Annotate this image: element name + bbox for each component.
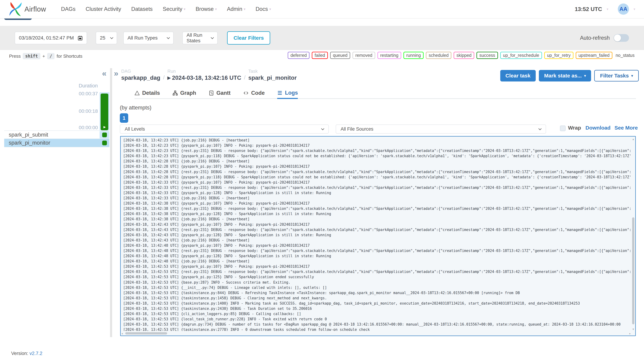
airflow-pinwheel-icon bbox=[9, 2, 22, 17]
log-source-value: All File Sources bbox=[340, 126, 374, 132]
calendar-icon[interactable] bbox=[78, 35, 83, 41]
log-level-select[interactable]: All Levels bbox=[120, 124, 329, 134]
legend-badge-running[interactable]: running bbox=[404, 52, 424, 59]
legend-badge-skipped[interactable]: skipped bbox=[454, 52, 474, 59]
breadcrumb-task-value[interactable]: spark_pi_monitor bbox=[248, 75, 297, 81]
log-line: [2024-03-18, 13:42:38 UTC] {pyspark_pi.p… bbox=[123, 201, 631, 206]
detail-tabs: Details Graph Gantt Code L bbox=[134, 88, 636, 99]
breadcrumb-dag-value[interactable]: sparkapp_dag bbox=[121, 75, 160, 81]
chevron-down-icon: ▾ bbox=[244, 7, 246, 11]
nav-item-label: Admin bbox=[227, 6, 242, 12]
attempt-1-button[interactable]: 1 bbox=[120, 113, 128, 123]
log-lines: [2024-03-18, 13:42:23 UTC] {job.py:216} … bbox=[123, 138, 631, 331]
breadcrumb-run[interactable]: Run ▶ 2024-03-18, 13:42:16 UTC bbox=[167, 69, 241, 81]
run-date-input[interactable]: 03/18/2024, 01:52:47 PM bbox=[15, 32, 87, 44]
task-row-spark_pi_submit[interactable]: spark_pi_submit bbox=[4, 131, 109, 139]
nav-item-security[interactable]: Security▾ bbox=[163, 6, 186, 12]
run-states-select[interactable]: All Run States bbox=[182, 32, 218, 44]
collapse-sidebar-icon[interactable]: « bbox=[102, 69, 106, 77]
vertical-scrollbar-thumb[interactable] bbox=[632, 217, 634, 324]
task-success-indicator[interactable] bbox=[102, 132, 107, 137]
mark-state-as-button[interactable]: Mark state as... ▾ bbox=[539, 70, 591, 81]
shortcuts-plus: + bbox=[42, 54, 45, 59]
tab-code[interactable]: Code bbox=[243, 88, 265, 98]
task-name: spark_pi_monitor bbox=[4, 140, 50, 146]
legend-badge-removed[interactable]: removed bbox=[352, 52, 375, 59]
breadcrumb-run-value[interactable]: 2024-03-18, 13:42:16 UTC bbox=[172, 75, 241, 81]
scroll-down-arrow-icon[interactable]: ▼ bbox=[632, 328, 634, 331]
auto-refresh-control: Auto-refresh bbox=[580, 34, 629, 42]
filter-tasks-button[interactable]: Filter Tasks ▾ bbox=[594, 70, 639, 81]
log-line: [2024-03-18, 13:42:33 UTC] {pyspark_pi.p… bbox=[123, 180, 631, 185]
nav-item-cluster-activity[interactable]: Cluster Activity bbox=[86, 6, 121, 12]
chevron-down-icon: ▾ bbox=[634, 7, 635, 11]
avatar[interactable]: AA bbox=[618, 4, 629, 15]
nav-item-datasets[interactable]: Datasets bbox=[131, 6, 153, 12]
clear-filters-button[interactable]: Clear Filters bbox=[227, 31, 270, 45]
expand-panel-icon[interactable]: » bbox=[114, 69, 118, 77]
nav-item-dags[interactable]: DAGs bbox=[61, 6, 76, 12]
duration-tick: 00:00:18 bbox=[4, 108, 98, 114]
breadcrumb: DAG sparkapp_dag / Run ▶ 2024-03-18, 13:… bbox=[121, 69, 297, 81]
horizontal-scrollbar-thumb[interactable] bbox=[125, 332, 167, 334]
airflow-logo[interactable]: Airflow bbox=[9, 2, 46, 17]
nav-item-label: Browse bbox=[196, 6, 214, 12]
legend-badge-deferred[interactable]: deferred bbox=[288, 52, 310, 59]
page-size-select[interactable]: 25 bbox=[96, 32, 117, 44]
log-line: [2024-03-18, 13:42:48 UTC] {pyspark_pi.p… bbox=[123, 253, 631, 259]
task-state-cell bbox=[100, 131, 109, 138]
auto-refresh-toggle[interactable] bbox=[614, 34, 629, 42]
wrap-checkbox[interactable] bbox=[560, 125, 566, 131]
log-line: [2024-03-18, 13:42:53 UTC] {pyspark_pi.p… bbox=[123, 264, 631, 269]
duration-tick: 00:00:37 bbox=[4, 91, 98, 97]
horizontal-scrollbar[interactable]: ◂ ▸ bbox=[121, 332, 631, 335]
nav-item-admin[interactable]: Admin▾ bbox=[227, 6, 246, 12]
breadcrumb-dag[interactable]: DAG sparkapp_dag bbox=[121, 69, 160, 81]
breadcrumb-task[interactable]: Task spark_pi_monitor bbox=[248, 69, 297, 81]
version-link[interactable]: v2.7.2 bbox=[30, 351, 42, 356]
task-success-indicator[interactable] bbox=[102, 141, 107, 145]
log-source-select[interactable]: All File Sources bbox=[336, 124, 546, 134]
navbar: Airflow DAGsCluster ActivityDatasetsSecu… bbox=[0, 0, 644, 19]
filter-bar: 03/18/2024, 01:52:47 PM 25 All Run Types… bbox=[0, 26, 644, 50]
nav-item-docs[interactable]: Docs▾ bbox=[256, 6, 271, 12]
legend-badge-up_for_retry[interactable]: up_for_retry bbox=[544, 52, 574, 59]
legend-badge-upstream_failed[interactable]: upstream_failed bbox=[576, 52, 612, 59]
task-row-spark_pi_monitor[interactable]: spark_pi_monitor bbox=[4, 139, 109, 147]
panel-splitter-handle[interactable] bbox=[110, 68, 112, 337]
utc-clock[interactable]: 13:52 UTC bbox=[575, 6, 602, 13]
dag-run-duration-bar[interactable]: ▶ bbox=[100, 94, 108, 130]
tab-details-label: Details bbox=[142, 90, 160, 96]
legend-badge-failed[interactable]: failed bbox=[312, 52, 328, 59]
chevron-down-icon bbox=[110, 36, 113, 39]
nav-item-label: Docs bbox=[256, 6, 268, 12]
vertical-scrollbar[interactable]: ▲ ▼ bbox=[632, 137, 635, 331]
run-date-value: 03/18/2024, 01:52:47 PM bbox=[19, 35, 74, 41]
gantt-icon bbox=[209, 90, 214, 96]
scroll-right-arrow-icon[interactable]: ▸ bbox=[629, 332, 631, 335]
run-types-select[interactable]: All Run Types bbox=[123, 32, 174, 44]
log-output-box: [2024-03-18, 13:42:23 UTC] {job.py:216} … bbox=[120, 136, 636, 336]
nav-item-label: Security bbox=[163, 6, 182, 12]
log-line: [2024-03-18, 13:42:48 UTC] {rest.py:231}… bbox=[123, 248, 631, 253]
clear-task-button[interactable]: Clear task bbox=[500, 70, 536, 81]
legend-badge-queued[interactable]: queued bbox=[330, 52, 350, 59]
see-more-link[interactable]: See More bbox=[614, 125, 638, 131]
duration-tick: 00:00:00 bbox=[4, 125, 98, 130]
scroll-up-arrow-icon[interactable]: ▲ bbox=[632, 138, 634, 141]
log-line: [2024-03-18, 13:42:38 UTC] {job.py:216} … bbox=[123, 217, 631, 222]
tab-logs[interactable]: Logs bbox=[277, 88, 298, 99]
scroll-left-arrow-icon[interactable]: ◂ bbox=[122, 332, 123, 335]
chevron-down-icon: ▾ bbox=[631, 74, 633, 78]
log-line: [2024-03-18, 13:42:33 UTC] {job.py:216} … bbox=[123, 196, 631, 201]
download-logs-link[interactable]: Download bbox=[586, 125, 610, 131]
nav-item-browse[interactable]: Browse▾ bbox=[196, 6, 217, 12]
legend-badge-scheduled[interactable]: scheduled bbox=[426, 52, 451, 59]
legend-badge-restarting[interactable]: restarting bbox=[378, 52, 401, 59]
tab-gantt[interactable]: Gantt bbox=[209, 88, 230, 98]
legend-badge-success[interactable]: success bbox=[476, 52, 498, 59]
tab-graph[interactable]: Graph bbox=[172, 88, 196, 98]
run-states-value: All Run States bbox=[186, 32, 211, 44]
legend-badge-up_for_reschedule[interactable]: up_for_reschedule bbox=[500, 52, 542, 59]
tab-details[interactable]: Details bbox=[134, 88, 160, 98]
